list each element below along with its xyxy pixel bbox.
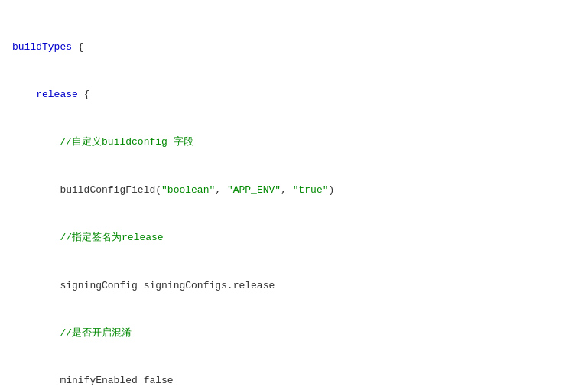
line-3: //自定义buildconfig 字段 [12,135,576,151]
line-6: signingConfig signingConfigs.release [12,278,576,294]
line-7: //是否开启混淆 [12,326,576,342]
line-2: release { [12,87,576,103]
code-container: buildTypes { release { //自定义buildconfig … [0,0,588,390]
line-5: //指定签名为release [12,230,576,246]
line-8: minifyEnabled false [12,373,576,389]
line-1: buildTypes { [12,40,576,56]
line-4: buildConfigField("boolean", "APP_ENV", "… [12,183,576,199]
